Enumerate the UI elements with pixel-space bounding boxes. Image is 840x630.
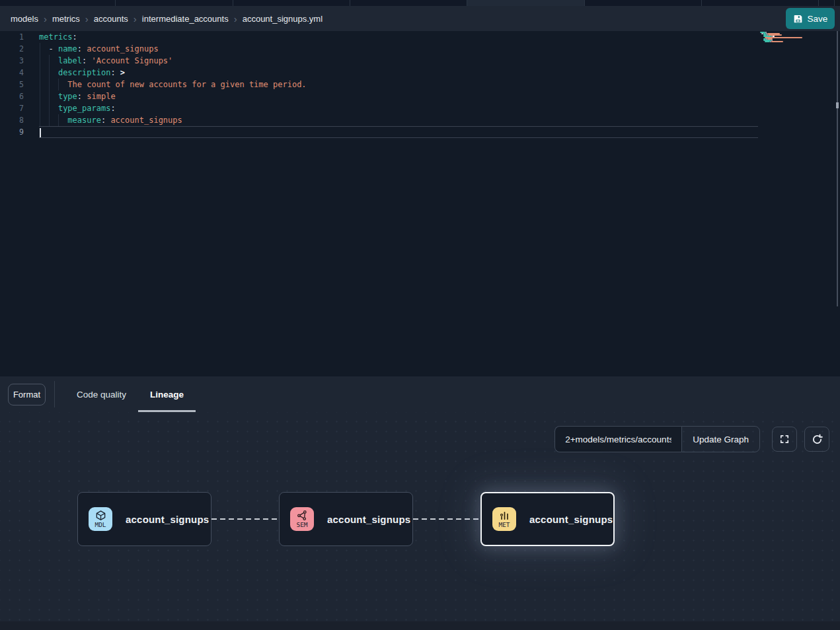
line-number: 1 (0, 31, 39, 43)
code-editor[interactable]: 1metrics:2 - name: account_signups3 labe… (0, 31, 840, 376)
browser-tab-strip-segment (116, 0, 233, 6)
breadcrumb-chevron-icon: › (85, 14, 89, 24)
editor-scrollbar-track[interactable] (837, 31, 838, 306)
code-token: metrics (39, 32, 73, 42)
minimap-mark (765, 41, 770, 42)
breadcrumb-item[interactable]: metrics (52, 14, 80, 24)
code-text (39, 126, 758, 138)
line-number: 7 (0, 102, 39, 114)
selector-group: Update Graph (554, 426, 760, 452)
code-token: : (73, 32, 77, 42)
lineage-node-met[interactable]: METaccount_signups (480, 492, 615, 546)
code-text: type: simple (39, 90, 758, 102)
code-token: : (77, 44, 82, 53)
breadcrumb-chevron-icon: › (234, 14, 237, 24)
code-token: : (110, 68, 115, 77)
header-divider (54, 381, 55, 407)
indent-guide (49, 55, 50, 67)
lineage-node-sem[interactable]: SEMaccount_signups (279, 492, 413, 546)
node-type-badge: MDL (89, 507, 112, 531)
indent-guide (49, 102, 50, 114)
code-token: The count of new accounts for a given ti… (39, 80, 307, 89)
code-line[interactable]: 2 - name: account_signups (0, 43, 840, 55)
panel-header: Format Code qualityLineage (0, 376, 840, 412)
line-number: 2 (0, 43, 39, 55)
code-line[interactable]: 5 The count of new accounts for a given … (0, 79, 840, 90)
editor-scrollbar-handle[interactable] (836, 102, 839, 108)
indent-guide (40, 102, 40, 114)
text-cursor (40, 128, 41, 137)
indent-guide (49, 114, 50, 126)
fullscreen-button[interactable] (772, 427, 797, 452)
lineage-edge (413, 518, 480, 520)
code-line[interactable]: 6 type: simple (0, 90, 840, 102)
breadcrumb-chevron-icon: › (44, 14, 47, 24)
breadcrumb-item[interactable]: intermediate_accounts (142, 14, 229, 24)
code-line[interactable]: 4 description: > (0, 67, 840, 79)
canvas-bottom-strip (0, 621, 840, 630)
code-line[interactable]: 8 measure: account_signups (0, 114, 840, 126)
tab-code-quality[interactable]: Code quality (65, 376, 138, 412)
format-button[interactable]: Format (8, 384, 46, 405)
browser-tab-strip-segment (585, 0, 702, 6)
lineage-canvas[interactable]: Update Graph (0, 412, 840, 630)
code-token: account_signups (82, 44, 159, 53)
code-token: description (58, 68, 110, 77)
code-token: : (77, 92, 82, 101)
code-text: description: > (39, 67, 758, 79)
code-text: metrics: (39, 31, 758, 43)
breadcrumb-item[interactable]: account_signups.yml (243, 14, 323, 24)
save-button[interactable]: Save (786, 8, 835, 29)
code-lines: 1metrics:2 - name: account_signups3 labe… (0, 31, 840, 138)
line-number: 3 (0, 55, 39, 67)
node-label: account_signups (529, 514, 613, 525)
breadcrumb-item[interactable]: accounts (94, 14, 128, 24)
browser-tab-strip-segment (350, 0, 467, 6)
code-token: name (58, 44, 77, 53)
minimap[interactable] (760, 32, 834, 44)
refresh-icon (812, 434, 823, 445)
indent-guide (40, 55, 40, 67)
node-type-label: SEM (296, 522, 307, 528)
code-line[interactable]: 9 (0, 126, 840, 138)
node-label: account_signups (126, 514, 209, 525)
lineage-node-mdl[interactable]: MDLaccount_signups (77, 492, 211, 546)
save-icon (793, 14, 803, 24)
code-text: The count of new accounts for a given ti… (39, 79, 758, 90)
indent-guide (58, 79, 59, 90)
browser-tab-strip-segment (819, 0, 835, 6)
panel-tabs: Code qualityLineage (65, 376, 196, 412)
code-token: label (58, 56, 82, 65)
code-token: - (39, 44, 58, 53)
node-type-label: MDL (95, 522, 106, 528)
save-button-label: Save (808, 14, 828, 24)
indent-guide (49, 90, 50, 102)
tab-lineage[interactable]: Lineage (138, 376, 196, 412)
minimap-mark (771, 41, 783, 42)
code-token: > (116, 68, 125, 77)
browser-tab-strip (0, 0, 840, 6)
line-number: 4 (0, 67, 39, 79)
browser-tab-strip-segment (0, 0, 116, 6)
ide-window: models›metrics›accounts›intermediate_acc… (0, 0, 840, 630)
lineage-selector-input[interactable] (554, 426, 681, 452)
minimap-line (760, 42, 834, 44)
code-line[interactable]: 7 type_params: (0, 102, 840, 114)
code-text: label: 'Account Signups' (39, 55, 758, 67)
indent-guide (40, 67, 40, 79)
code-token: type (58, 92, 77, 101)
update-graph-button[interactable]: Update Graph (681, 426, 760, 452)
refresh-button[interactable] (804, 427, 829, 452)
fullscreen-icon (779, 434, 790, 444)
browser-tab-strip-segment (233, 0, 350, 6)
line-number: 6 (0, 90, 39, 102)
semantic-model-icon (297, 510, 308, 521)
indent-guide (40, 114, 40, 126)
code-line[interactable]: 3 label: 'Account Signups' (0, 55, 840, 67)
node-type-label: MET (498, 522, 510, 528)
code-line[interactable]: 1metrics: (0, 31, 840, 43)
lineage-toolbar: Update Graph (554, 426, 829, 452)
bottom-panel: Format Code qualityLineage Update Graph (0, 376, 840, 630)
code-token: : (110, 104, 115, 113)
breadcrumb-item[interactable]: models (11, 14, 38, 24)
